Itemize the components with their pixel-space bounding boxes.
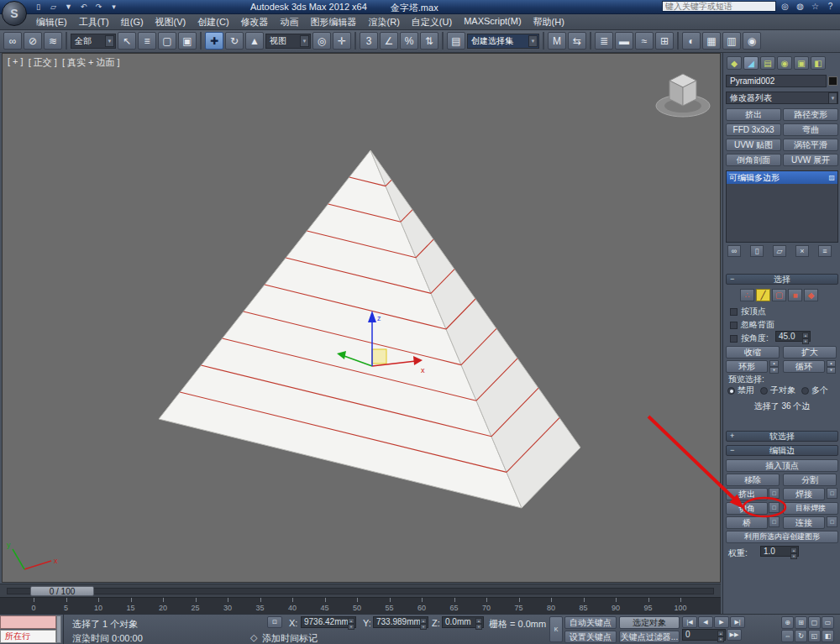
zoom-extents-icon[interactable]: ▢	[808, 616, 821, 629]
menu-item[interactable]: 渲染(R)	[363, 14, 406, 30]
object-name-field[interactable]: Pyramid002	[726, 75, 827, 87]
spinner[interactable]: ▲▼	[348, 618, 354, 626]
ring-spinner[interactable]: ▲▼	[769, 360, 779, 373]
spinner[interactable]: ▲▼	[790, 547, 797, 556]
menu-item[interactable]: 自定义(U)	[406, 14, 458, 30]
create-shape-from-selection-button[interactable]: 利用所选内容创建图形	[726, 531, 838, 543]
loop-button[interactable]: 循环	[783, 360, 825, 373]
show-end-result-icon[interactable]: ▯	[750, 245, 764, 257]
redo-icon[interactable]: ↷	[92, 2, 105, 13]
loop-spinner[interactable]: ▲▼	[827, 360, 836, 373]
tab-modify[interactable]: ◢	[743, 56, 759, 70]
macro-recorder-line[interactable]	[0, 615, 56, 629]
select-by-name-icon[interactable]: ≡	[138, 32, 156, 50]
go-to-end-button[interactable]: ▶|	[730, 616, 745, 628]
spinner[interactable]: ▲▼	[717, 631, 724, 639]
select-object-icon[interactable]: ↖	[118, 32, 136, 50]
grow-button[interactable]: 扩大	[783, 346, 837, 359]
target-weld-button[interactable]: 目标焊接	[783, 502, 838, 515]
zoom-region-icon[interactable]: ▭	[822, 616, 834, 629]
preview-option-radio[interactable]: 子对象	[760, 385, 795, 396]
selection-filter-combo[interactable]: 全部▼	[71, 34, 116, 49]
snap-toggle-icon[interactable]: 3	[360, 32, 378, 50]
by-vertex-checkbox[interactable]: 按顶点	[730, 306, 766, 317]
extrude-button[interactable]: 挤出	[726, 488, 768, 500]
named-selection-combo[interactable]: 创建选择集▼	[467, 34, 539, 49]
select-and-rotate-icon[interactable]: ↻	[225, 32, 244, 50]
zoom-all-icon[interactable]: ⊞	[795, 616, 807, 629]
track-bar-ruler[interactable]: 0510152025303540455055606570758085909510…	[0, 597, 721, 614]
play-button[interactable]: ▶	[714, 616, 729, 628]
align-icon[interactable]: ⇆	[568, 32, 586, 50]
current-frame-field[interactable]: 0 ▲▼	[682, 629, 726, 641]
time-slider-track[interactable]	[7, 588, 714, 594]
weld-settings-button[interactable]: □	[827, 488, 837, 499]
modifier-preset-button[interactable]: 倒角剖面	[726, 154, 781, 166]
tab-create[interactable]: ◆	[727, 56, 742, 70]
communication-center-icon[interactable]: ◍	[794, 1, 806, 12]
weight-value-field[interactable]: 1.0 ▲▼	[760, 546, 799, 557]
help-icon[interactable]: ?	[824, 1, 837, 12]
viewport-pov-menu[interactable]: [ 正交 ]	[29, 56, 57, 69]
by-angle-checkbox[interactable]: 按角度:	[730, 332, 769, 344]
selected-filter-dropdown[interactable]: 选定对象	[619, 616, 680, 629]
set-key-button[interactable]: 设置关键点	[564, 631, 617, 643]
next-frame-button[interactable]: ▶▶	[727, 629, 742, 641]
menu-item[interactable]: MAXScript(M)	[458, 14, 527, 30]
select-and-manipulate-icon[interactable]: ✛	[333, 32, 351, 50]
border-subobject-icon[interactable]: ▢	[772, 289, 786, 301]
key-filters-button[interactable]: 关键点过滤器...	[619, 631, 680, 643]
tab-display[interactable]: ▣	[794, 56, 809, 70]
modifier-preset-button[interactable]: UVW 展开	[783, 154, 838, 166]
viewport-shading-menu[interactable]: [ 真实 + 边面 ]	[62, 56, 120, 69]
menu-item[interactable]: 组(G)	[115, 14, 150, 30]
previous-frame-button[interactable]: ◀	[698, 616, 713, 628]
extrude-settings-button[interactable]: □	[769, 488, 780, 499]
curve-editor-icon[interactable]: ≈	[635, 32, 654, 50]
ribbon-toggle-icon[interactable]: ▬	[615, 32, 633, 50]
use-pivot-center-icon[interactable]: ◎	[312, 32, 331, 50]
preview-option-radio[interactable]: 多个	[801, 385, 828, 396]
set-key-mode-button[interactable]: K	[549, 616, 563, 642]
search-go-icon[interactable]: ◎	[779, 1, 791, 12]
select-and-scale-icon[interactable]: ▲	[245, 32, 264, 50]
menu-item[interactable]: 工具(T)	[73, 14, 115, 30]
preview-option-radio[interactable]: 禁用	[727, 385, 754, 396]
configure-modifier-sets-icon[interactable]: ≡	[818, 245, 832, 257]
connect-button[interactable]: 连接	[783, 516, 825, 529]
rollout-edit-edges-header[interactable]: − 编辑边	[726, 445, 838, 456]
menu-item[interactable]: 图形编辑器	[305, 14, 363, 30]
modifier-preset-button[interactable]: 涡轮平滑	[783, 139, 838, 151]
viewport-layout-icon[interactable]: ◧	[822, 630, 834, 642]
modifier-stack[interactable]: 可编辑多边形 ▨	[726, 170, 838, 243]
maxscript-mini-listener[interactable]: 所在行	[0, 615, 64, 644]
ignore-backfacing-checkbox[interactable]: 忽略背面	[730, 319, 774, 331]
bind-to-space-warp-icon[interactable]: ≋	[44, 32, 62, 50]
angle-value-field[interactable]: 45.0 ▲▼	[775, 331, 811, 342]
add-time-tag[interactable]: 添加时间标记	[262, 632, 318, 644]
viewport-general-menu[interactable]: [ + ]	[8, 56, 24, 69]
chamfer-button[interactable]: 切角	[726, 502, 768, 515]
workspace-dropdown-icon[interactable]: ▾	[108, 2, 120, 13]
render-setup-icon[interactable]: ▦	[702, 32, 721, 50]
edit-named-selection-sets-icon[interactable]: ▤	[447, 32, 465, 50]
modifier-preset-button[interactable]: 挤出	[726, 108, 781, 121]
open-file-icon[interactable]: ▱	[47, 2, 60, 13]
make-unique-icon[interactable]: ▱	[773, 245, 786, 257]
schedule-view-icon[interactable]: ⊞	[655, 32, 674, 50]
rectangular-selection-icon[interactable]: ▢	[158, 32, 176, 50]
save-file-icon[interactable]: ▼	[62, 2, 75, 13]
edge-subobject-icon[interactable]: ╱	[756, 289, 770, 301]
rollout-soft-selection-header[interactable]: + 软选择	[726, 431, 838, 442]
weld-button[interactable]: 焊接	[783, 488, 825, 500]
vertex-subobject-icon[interactable]: ∴	[740, 289, 754, 301]
y-coordinate-field[interactable]: 733.989mm ▲▼	[373, 616, 428, 628]
select-and-move-icon[interactable]: ✚	[205, 32, 223, 50]
menu-item[interactable]: 视图(V)	[150, 14, 192, 30]
menu-item[interactable]: 修改器	[235, 14, 275, 30]
x-coordinate-field[interactable]: 9736.42mm ▲▼	[301, 616, 356, 628]
shrink-button[interactable]: 收缩	[726, 346, 780, 359]
element-subobject-icon[interactable]: ◆	[804, 289, 818, 301]
listener-scrollbar[interactable]	[56, 615, 61, 643]
window-crossing-icon[interactable]: ▣	[178, 32, 197, 50]
